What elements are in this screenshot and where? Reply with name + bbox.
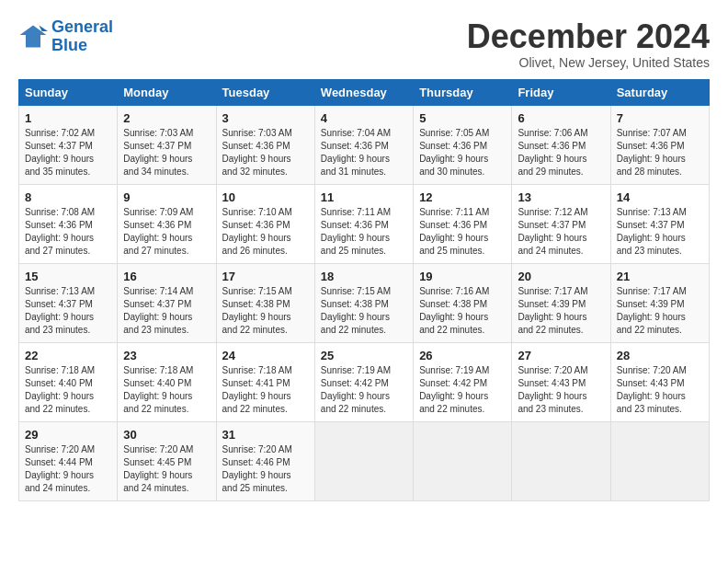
day-number: 3 <box>222 111 309 125</box>
calendar-week-row: 1Sunrise: 7:02 AMSunset: 4:37 PMDaylight… <box>19 105 710 184</box>
day-info: Sunrise: 7:14 AMSunset: 4:37 PMDaylight:… <box>123 285 210 337</box>
day-info: Sunrise: 7:03 AMSunset: 4:37 PMDaylight:… <box>123 127 210 178</box>
day-info: Sunrise: 7:11 AMSunset: 4:36 PMDaylight:… <box>321 206 407 258</box>
day-number: 6 <box>518 111 604 125</box>
day-info: Sunrise: 7:16 AMSunset: 4:38 PMDaylight:… <box>419 285 506 337</box>
calendar-cell: 2Sunrise: 7:03 AMSunset: 4:37 PMDaylight… <box>118 105 216 184</box>
day-number: 4 <box>321 111 407 125</box>
calendar-week-row: 15Sunrise: 7:13 AMSunset: 4:37 PMDayligh… <box>19 263 710 342</box>
calendar-cell: 10Sunrise: 7:10 AMSunset: 4:36 PMDayligh… <box>216 184 314 263</box>
day-info: Sunrise: 7:18 AMSunset: 4:41 PMDaylight:… <box>222 364 309 416</box>
day-info: Sunrise: 7:13 AMSunset: 4:37 PMDaylight:… <box>617 206 703 258</box>
day-info: Sunrise: 7:15 AMSunset: 4:38 PMDaylight:… <box>321 285 407 337</box>
calendar-cell: 30Sunrise: 7:20 AMSunset: 4:45 PMDayligh… <box>118 421 216 500</box>
day-number: 20 <box>518 270 604 283</box>
calendar-cell: 24Sunrise: 7:18 AMSunset: 4:41 PMDayligh… <box>216 342 314 421</box>
day-number: 8 <box>25 190 111 204</box>
calendar-week-row: 29Sunrise: 7:20 AMSunset: 4:44 PMDayligh… <box>19 421 710 500</box>
day-info: Sunrise: 7:09 AMSunset: 4:36 PMDaylight:… <box>123 206 210 258</box>
logo-text: GeneralBlue <box>51 18 113 55</box>
header: GeneralBlue December 2024 Olivet, New Je… <box>18 18 710 70</box>
location: Olivet, New Jersey, United States <box>467 55 710 70</box>
calendar-cell: 1Sunrise: 7:02 AMSunset: 4:37 PMDaylight… <box>19 105 118 184</box>
calendar-cell: 18Sunrise: 7:15 AMSunset: 4:38 PMDayligh… <box>314 263 413 342</box>
calendar-cell: 31Sunrise: 7:20 AMSunset: 4:46 PMDayligh… <box>216 421 314 500</box>
day-number: 7 <box>617 111 703 125</box>
weekday-header: Saturday <box>610 79 709 105</box>
calendar-cell: 29Sunrise: 7:20 AMSunset: 4:44 PMDayligh… <box>19 421 118 500</box>
day-info: Sunrise: 7:13 AMSunset: 4:37 PMDaylight:… <box>25 285 111 337</box>
calendar-cell: 16Sunrise: 7:14 AMSunset: 4:37 PMDayligh… <box>118 263 216 342</box>
day-number: 22 <box>25 349 111 362</box>
calendar-cell: 9Sunrise: 7:09 AMSunset: 4:36 PMDaylight… <box>118 184 216 263</box>
day-number: 30 <box>123 428 210 442</box>
calendar-cell: 8Sunrise: 7:08 AMSunset: 4:36 PMDaylight… <box>19 184 118 263</box>
title-area: December 2024 Olivet, New Jersey, United… <box>467 18 710 70</box>
weekday-header: Monday <box>118 79 216 105</box>
calendar-cell: 7Sunrise: 7:07 AMSunset: 4:36 PMDaylight… <box>610 105 709 184</box>
day-info: Sunrise: 7:19 AMSunset: 4:42 PMDaylight:… <box>419 364 506 416</box>
weekday-header: Tuesday <box>216 79 314 105</box>
weekday-header: Wednesday <box>314 79 413 105</box>
calendar-cell <box>610 421 709 500</box>
day-number: 10 <box>222 190 309 204</box>
day-number: 1 <box>25 111 111 125</box>
calendar-cell: 21Sunrise: 7:17 AMSunset: 4:39 PMDayligh… <box>610 263 709 342</box>
day-number: 14 <box>617 190 703 204</box>
day-info: Sunrise: 7:20 AMSunset: 4:45 PMDaylight:… <box>123 443 210 495</box>
day-info: Sunrise: 7:10 AMSunset: 4:36 PMDaylight:… <box>222 206 309 258</box>
day-info: Sunrise: 7:20 AMSunset: 4:43 PMDaylight:… <box>617 364 703 416</box>
calendar-cell: 13Sunrise: 7:12 AMSunset: 4:37 PMDayligh… <box>512 184 610 263</box>
day-number: 15 <box>25 270 111 283</box>
day-info: Sunrise: 7:03 AMSunset: 4:36 PMDaylight:… <box>222 127 309 178</box>
calendar-cell: 25Sunrise: 7:19 AMSunset: 4:42 PMDayligh… <box>314 342 413 421</box>
day-info: Sunrise: 7:20 AMSunset: 4:46 PMDaylight:… <box>222 443 309 495</box>
day-info: Sunrise: 7:11 AMSunset: 4:36 PMDaylight:… <box>419 206 506 258</box>
calendar-cell: 14Sunrise: 7:13 AMSunset: 4:37 PMDayligh… <box>610 184 709 263</box>
calendar-cell: 15Sunrise: 7:13 AMSunset: 4:37 PMDayligh… <box>19 263 118 342</box>
day-info: Sunrise: 7:17 AMSunset: 4:39 PMDaylight:… <box>518 285 604 337</box>
calendar-cell: 6Sunrise: 7:06 AMSunset: 4:36 PMDaylight… <box>512 105 610 184</box>
day-number: 23 <box>123 349 210 362</box>
day-info: Sunrise: 7:20 AMSunset: 4:44 PMDaylight:… <box>25 443 111 495</box>
day-number: 29 <box>25 428 111 442</box>
day-info: Sunrise: 7:08 AMSunset: 4:36 PMDaylight:… <box>25 206 111 258</box>
day-info: Sunrise: 7:02 AMSunset: 4:37 PMDaylight:… <box>25 127 111 178</box>
calendar-cell: 4Sunrise: 7:04 AMSunset: 4:36 PMDaylight… <box>314 105 413 184</box>
day-number: 5 <box>419 111 506 125</box>
day-number: 19 <box>419 270 506 283</box>
calendar-cell: 26Sunrise: 7:19 AMSunset: 4:42 PMDayligh… <box>414 342 512 421</box>
calendar-cell: 22Sunrise: 7:18 AMSunset: 4:40 PMDayligh… <box>19 342 118 421</box>
calendar-cell: 27Sunrise: 7:20 AMSunset: 4:43 PMDayligh… <box>512 342 610 421</box>
day-number: 26 <box>419 349 506 362</box>
month-title: December 2024 <box>467 18 710 55</box>
day-info: Sunrise: 7:15 AMSunset: 4:38 PMDaylight:… <box>222 285 309 337</box>
logo: GeneralBlue <box>18 18 113 55</box>
weekday-header: Sunday <box>19 79 118 105</box>
calendar-cell <box>512 421 610 500</box>
day-number: 13 <box>518 190 604 204</box>
calendar: SundayMondayTuesdayWednesdayThursdayFrid… <box>18 79 710 501</box>
weekday-header: Friday <box>512 79 610 105</box>
day-number: 17 <box>222 270 309 283</box>
day-info: Sunrise: 7:07 AMSunset: 4:36 PMDaylight:… <box>617 127 703 178</box>
day-info: Sunrise: 7:18 AMSunset: 4:40 PMDaylight:… <box>25 364 111 416</box>
day-number: 2 <box>123 111 210 125</box>
day-info: Sunrise: 7:04 AMSunset: 4:36 PMDaylight:… <box>321 127 407 178</box>
day-number: 18 <box>321 270 407 283</box>
day-info: Sunrise: 7:05 AMSunset: 4:36 PMDaylight:… <box>419 127 506 178</box>
day-number: 12 <box>419 190 506 204</box>
calendar-cell: 12Sunrise: 7:11 AMSunset: 4:36 PMDayligh… <box>414 184 512 263</box>
day-info: Sunrise: 7:19 AMSunset: 4:42 PMDaylight:… <box>321 364 407 416</box>
day-number: 31 <box>222 428 309 442</box>
day-info: Sunrise: 7:06 AMSunset: 4:36 PMDaylight:… <box>518 127 604 178</box>
day-info: Sunrise: 7:20 AMSunset: 4:43 PMDaylight:… <box>518 364 604 416</box>
day-info: Sunrise: 7:18 AMSunset: 4:40 PMDaylight:… <box>123 364 210 416</box>
calendar-cell <box>314 421 413 500</box>
day-number: 28 <box>617 349 703 362</box>
calendar-week-row: 8Sunrise: 7:08 AMSunset: 4:36 PMDaylight… <box>19 184 710 263</box>
day-number: 9 <box>123 190 210 204</box>
svg-marker-1 <box>39 25 48 30</box>
weekday-header: Thursday <box>414 79 512 105</box>
day-number: 24 <box>222 349 309 362</box>
